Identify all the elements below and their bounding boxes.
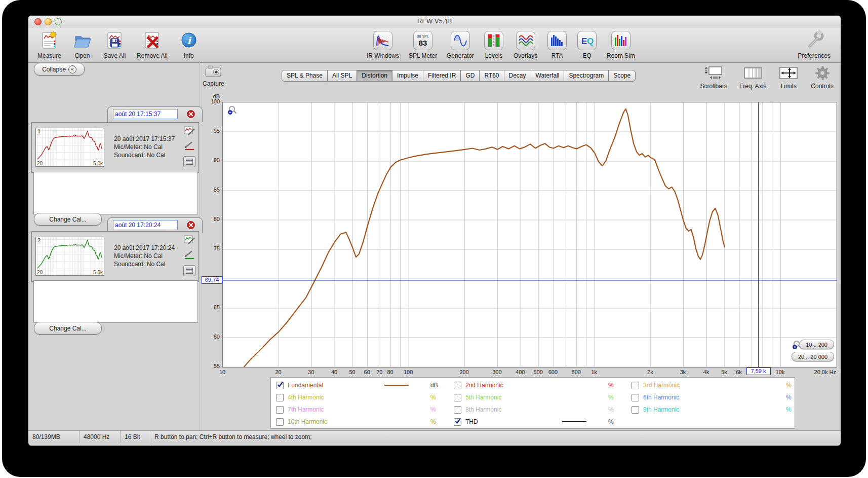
legend-unit: % [786,382,809,389]
toolbar-button-eq[interactable]: E QEQ [577,29,597,59]
measurement-card[interactable]: 1205,0k20 août 2017 17:15:37Mic/Meter: N… [31,122,199,173]
legend-checkbox-6th-harmonic[interactable] [632,394,639,401]
legend-checkbox-5th-harmonic[interactable] [454,394,461,401]
edit-graph-icon[interactable] [184,126,195,138]
measurement-name-input[interactable] [113,220,178,230]
tab-decay[interactable]: Decay [504,70,531,82]
range-button-20-20-000[interactable]: 20 .. 20 000 [792,352,834,361]
toolbar-button-info[interactable]: iInfo [179,29,199,59]
trace-sample-line [384,385,409,386]
notes-button[interactable] [183,265,195,276]
measurement-actions [183,126,195,167]
y-tick-label: 55 [201,363,220,369]
titlebar[interactable]: REW V5,18 [28,16,841,27]
legend-unit: % [430,406,454,413]
x-tick-label: 30 [308,369,314,375]
toolbar-button-overlays[interactable]: Overlays [514,29,537,59]
legend-checkbox-8th-harmonic[interactable] [454,406,461,414]
tab-waterfall[interactable]: Waterfall [531,70,565,82]
svg-text:83: 83 [419,39,427,47]
remove-all-icon [142,29,162,52]
open-icon [72,29,93,52]
toolbar-button-ir-windows[interactable]: IR Windows [367,29,399,59]
legend-entry-2nd-harmonic: 2nd Harmonic% [454,382,632,389]
toolbar-label: RTA [551,52,563,59]
measurement-notes-input[interactable] [33,172,198,214]
toolbar-label: Info [184,52,194,59]
tab-spectrogram[interactable]: Spectrogram [564,70,609,82]
trace-legend: FundamentaldB2nd Harmonic%3rd Harmonic%4… [270,377,795,429]
toolbar-button-save-all[interactable]: Save All [104,29,126,59]
tab-scope[interactable]: Scope [609,70,636,82]
x-tick-label: 3k [680,369,686,375]
save-all-icon [104,29,125,52]
tab-distortion[interactable]: Distortion [357,70,392,82]
measurement-name-input[interactable] [113,109,178,119]
legend-checkbox-3rd-harmonic[interactable] [632,382,639,389]
tab-gd[interactable]: GD [461,70,480,82]
limits-icon [778,64,799,82]
legend-label: 7th Harmonic [288,406,363,413]
legend-checkbox-4th-harmonic[interactable] [276,394,284,401]
legend-label: 8th Harmonic [465,406,540,413]
toolbar-button-generator[interactable]: Generator [447,29,474,59]
legend-checkbox-7th-harmonic[interactable] [276,406,284,414]
remove-measurement-button[interactable] [187,221,195,229]
measurement-notes-input[interactable] [33,280,198,323]
y-tick-label: 95 [201,128,220,134]
toolbar-button-measure[interactable]: Measure [37,29,61,59]
x-tick-label: 500 [534,369,543,375]
toolbar-button-room-sim[interactable]: Room Sim [607,29,635,59]
tab-all-spl[interactable]: All SPL [328,70,357,82]
legend-entry-4th-harmonic: 4th Harmonic% [276,394,454,401]
sample-rate: 48000 Hz [80,431,121,443]
toolbar-button-spl-meter[interactable]: dB SPL 83SPL Meter [409,29,437,59]
chart-canvas [223,102,837,367]
measurement-number: 1 [37,128,41,134]
toolbar-label: IR Windows [367,52,399,59]
tab-rt60[interactable]: RT60 [480,70,504,82]
legend-entry-10th-harmonic: 10th Harmonic% [276,418,454,426]
toolbar-button-levels[interactable]: 03 69Levels [484,29,504,59]
legend-checkbox-fundamental[interactable] [276,382,284,389]
tab-impulse[interactable]: Impulse [392,70,423,82]
x-tick-label: 200 [459,369,468,375]
toolbar-button-rta[interactable]: RTA [547,29,567,59]
x-tick-label: 800 [572,369,581,375]
trace-color-icon[interactable] [184,250,195,262]
legend-unit: dB [430,382,454,389]
toolbar-button-preferences[interactable]: Preferences [798,29,831,59]
legend-label: 3rd Harmonic [643,382,718,389]
remove-measurement-button[interactable] [187,110,195,118]
toolbar-button-remove-all[interactable]: Remove All [137,29,168,59]
svg-text:Q: Q [587,36,594,46]
measurement-soundcard: Soundcard: No Cal [114,260,175,268]
measure-icon [39,29,59,52]
scrollbars-icon [703,64,724,82]
legend-label: 6th Harmonic [643,394,718,401]
notes-button[interactable] [183,156,195,167]
legend-checkbox-10th-harmonic[interactable] [276,418,284,426]
y-tick-label: 65 [201,304,220,310]
measurement-card[interactable]: 2205,0k20 août 2017 17:20:24Mic/Meter: N… [31,231,199,282]
range-button-10-200[interactable]: 10 .. 200 [799,340,834,349]
legend-checkbox-9th-harmonic[interactable] [632,406,639,414]
info-icon: i [179,29,199,52]
tab-filtered-ir[interactable]: Filtered IR [423,70,461,82]
change-cal-button[interactable]: Change Cal... [34,322,102,335]
toolbar-label: Save All [104,52,126,59]
bit-depth: 16 Bit [121,431,150,443]
collapse-sidebar-button[interactable]: Collapse « [34,63,85,76]
trace-color-icon[interactable] [184,141,195,153]
change-cal-button[interactable]: Change Cal... [34,213,102,226]
legend-entry-6th-harmonic: 6th Harmonic% [632,394,809,401]
toolbar-button-open[interactable]: Open [72,29,93,59]
tab-spl-phase[interactable]: SPL & Phase [282,70,328,82]
freq-axis-icon [743,64,763,82]
edit-graph-icon[interactable] [184,235,195,247]
plot-area[interactable]: 10 .. 20020 .. 20 000 [222,102,837,367]
legend-checkbox-2nd-harmonic[interactable] [454,382,461,389]
thumb-axis-max: 5,0k [93,161,103,166]
x-tick-label: 4k [703,369,709,375]
legend-checkbox-thd[interactable] [454,418,461,426]
